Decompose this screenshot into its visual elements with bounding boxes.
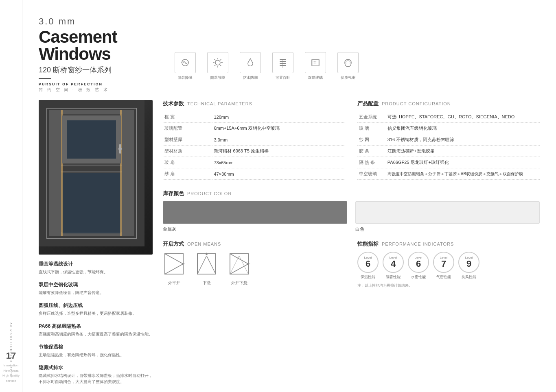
feature-4-desc: 高强度和高韧度的隔热条，大幅度提高了整窗的隔热保温性能。 bbox=[39, 331, 153, 337]
body-section: 垂直等温线设计 直线式平衡，保温性更强，节能环保。 双层中空钢化玻璃 能够有效降… bbox=[39, 100, 540, 391]
svg-line-38 bbox=[165, 264, 183, 274]
perf-indicators: Level 6 保温性能 Level 4 隔音性能 bbox=[357, 252, 540, 280]
color-section: 库存颜色 PRODUCT COLOR 金属灰 白色 bbox=[163, 190, 540, 232]
feature-3-title: 圆弧压线、斜边压线 bbox=[39, 302, 153, 309]
feature-4: PA66 高保温隔热条 高强度和高韧度的隔热条，大幅度提高了整窗的隔热保温性能。 bbox=[39, 323, 153, 337]
param-row-3: 型材材质 新河铝材 6063 T5 原生铝棒 bbox=[163, 146, 345, 157]
perf-circle-4: Level 9 bbox=[458, 252, 479, 273]
open-section-title: 开启方式 OPEN MEANS bbox=[163, 240, 345, 248]
icon-seal: 优质气密 bbox=[336, 52, 360, 81]
tech-title-cn: 技术参数 bbox=[163, 100, 184, 107]
svg-rect-26 bbox=[62, 115, 121, 163]
perf-number-4: 9 bbox=[466, 259, 471, 268]
svg-rect-33 bbox=[62, 159, 121, 163]
open-title-cn: 开启方式 bbox=[163, 240, 184, 248]
params-table: 框 宽 120mm 玻璃配置 6mm+15A+6mm 双钢化中空玻璃 型材壁厚 … bbox=[163, 111, 345, 180]
pursuit-label: PURSUIT OF PERFECTION bbox=[39, 82, 161, 86]
open-type-2: 下悬 bbox=[195, 252, 218, 286]
param-value-3: 新河铝材 6063 T5 原生铝棒 bbox=[212, 146, 345, 157]
svg-rect-32 bbox=[62, 115, 121, 120]
feature-6-desc: 隐藏式排水结构设计，自带排水装饰盖板；当排水时自动打开，不排水时自动闭合，大大提… bbox=[39, 372, 153, 385]
right-content: 技术参数 TECHNICAL PARAMETERS 框 宽 120mm 玻璃配置… bbox=[163, 100, 540, 391]
perf-circle-0: Level 6 bbox=[357, 252, 379, 273]
perf-number-3: 7 bbox=[441, 259, 446, 268]
param-value-0: 120mm bbox=[212, 111, 345, 123]
tech-config-section: 技术参数 TECHNICAL PARAMETERS 框 宽 120mm 玻璃配置… bbox=[163, 100, 540, 180]
open-title-en: OPEN MEANS bbox=[187, 242, 221, 246]
icon-sound: 隔音降噪 bbox=[173, 52, 197, 81]
perf-item-1: Level 4 隔音性能 bbox=[383, 252, 404, 280]
swatch-gray-name: 金属灰 bbox=[163, 226, 347, 232]
sidebar: PAGE PRODUCT DISPLAY 17 Innovation New i… bbox=[0, 0, 22, 392]
perf-item-4: Level 9 抗风性能 bbox=[458, 252, 479, 280]
param-value-5: 47×30mm bbox=[212, 168, 345, 180]
param-value-2: 3.0mm bbox=[212, 134, 345, 146]
config-section-title: 产品配置 PRODUCT CONFIGURATION bbox=[357, 100, 540, 107]
perf-section-title: 性能指标 PERFORMANCE INDICATORS bbox=[357, 240, 540, 248]
tech-title-en: TECHNICAL PARAMETERS bbox=[187, 101, 252, 106]
open-icons-row: 外平开 下悬 bbox=[163, 252, 345, 286]
feature-5-title: 节能保温棉 bbox=[39, 344, 153, 351]
svg-line-37 bbox=[165, 254, 183, 264]
pursuit-subtitle: 简 约 空 间 · 极 致 艺 术 bbox=[39, 87, 161, 93]
product-subtitle: 120 断桥窗纱一体系列 bbox=[39, 65, 161, 75]
perf-label-3: 气密性能 bbox=[436, 274, 451, 280]
product-title: Casement Windows bbox=[39, 28, 161, 63]
param-label-5: 纱 扇 bbox=[163, 168, 212, 180]
perf-circle-3: Level 7 bbox=[433, 252, 454, 273]
feature-2: 双层中空钢化玻璃 能够有效降低噪音，隔绝声音传递。 bbox=[39, 281, 153, 296]
config-label-1: 玻 璃 bbox=[357, 123, 386, 134]
open-type-1: 外平开 bbox=[163, 252, 185, 286]
open-label-1: 外平开 bbox=[168, 280, 180, 286]
config-value-1: 信义集团汽车级钢化玻璃 bbox=[386, 123, 540, 134]
svg-rect-30 bbox=[62, 115, 67, 163]
icon-water: 防水防潮 bbox=[238, 52, 263, 81]
perf-item-0: Level 6 保温性能 bbox=[357, 252, 379, 280]
param-row-0: 框 宽 120mm bbox=[163, 111, 345, 123]
svg-marker-39 bbox=[182, 263, 185, 265]
feature-1-title: 垂直等温线设计 bbox=[39, 261, 153, 268]
svg-point-1 bbox=[215, 60, 220, 65]
config-label-5: 中空玻璃 bbox=[357, 168, 386, 180]
config-row-3: 胶 条 江阴海达碳纤+发泡胶条 bbox=[357, 146, 540, 157]
feature-5: 节能保温棉 主动阻隔热量，有效隔绝热传导，强化保温性。 bbox=[39, 344, 153, 358]
perf-item-3: Level 7 气密性能 bbox=[433, 252, 454, 280]
product-image bbox=[39, 100, 153, 255]
param-label-4: 玻 扇 bbox=[163, 157, 212, 168]
icon-seal-label: 优质气密 bbox=[336, 75, 360, 81]
perf-title-en: PERFORMANCE INDICATORS bbox=[382, 242, 454, 246]
perf-label-0: 保温性能 bbox=[361, 274, 375, 280]
config-value-4: PA66GF25 尼龙玻纤+玻纤强化 bbox=[386, 157, 540, 168]
perf-number-0: 6 bbox=[366, 259, 370, 268]
svg-rect-24 bbox=[49, 110, 61, 236]
swatch-gray-box bbox=[163, 201, 347, 224]
open-type-3: 外开下悬 bbox=[228, 252, 250, 286]
feature-6-title: 隐藏式排水 bbox=[39, 364, 153, 371]
param-value-1: 6mm+15A+6mm 双钢化中空玻璃 bbox=[212, 123, 345, 134]
param-row-4: 玻 扇 73x65mm bbox=[163, 157, 345, 168]
config-row-2: 纱 网 316 不锈钢材质，阿克苏粉末喷涂 bbox=[357, 134, 540, 146]
config-value-0: 可选: HOPPE、STAFOREC、GU、ROTO、SIEGENIA、NEDO bbox=[386, 111, 540, 123]
feature-1: 垂直等温线设计 直线式平衡，保温性更强，节能环保。 bbox=[39, 261, 153, 275]
header-section: 3.0 mm Casement Windows 120 断桥窗纱一体系列 PUR… bbox=[39, 16, 161, 93]
config-label-3: 胶 条 bbox=[357, 146, 386, 157]
param-label-2: 型材壁厚 bbox=[163, 134, 212, 146]
icon-glass: 双层玻璃 bbox=[303, 52, 328, 81]
technical-params: 技术参数 TECHNICAL PARAMETERS 框 宽 120mm 玻璃配置… bbox=[163, 100, 345, 180]
svg-rect-44 bbox=[230, 254, 248, 274]
sidebar-label: PAGE PRODUCT DISPLAY bbox=[9, 322, 13, 375]
svg-rect-15 bbox=[312, 59, 319, 66]
icon-blind-label: 可置百叶 bbox=[271, 75, 295, 81]
svg-line-45 bbox=[230, 254, 248, 264]
icon-sun-label: 隔温节能 bbox=[206, 75, 230, 81]
header-divider bbox=[39, 78, 51, 79]
svg-rect-40 bbox=[197, 254, 216, 274]
svg-rect-27 bbox=[62, 173, 121, 233]
config-row-4: 隔 热 条 PA66GF25 尼龙玻纤+玻纤强化 bbox=[357, 157, 540, 168]
perf-circle-1: Level 4 bbox=[383, 252, 404, 273]
features-list: 垂直等温线设计 直线式平衡，保温性更强，节能环保。 双层中空钢化玻璃 能够有效降… bbox=[39, 261, 153, 385]
product-left: 垂直等温线设计 直线式平衡，保温性更强，节能环保。 双层中空钢化玻璃 能够有效降… bbox=[39, 100, 153, 391]
performance-section: 性能指标 PERFORMANCE INDICATORS Level 6 保温性能 bbox=[357, 240, 540, 288]
config-title-en: PRODUCT CONFIGURATION bbox=[382, 101, 451, 106]
feature-2-desc: 能够有效降低噪音，隔绝声音传递。 bbox=[39, 290, 153, 296]
